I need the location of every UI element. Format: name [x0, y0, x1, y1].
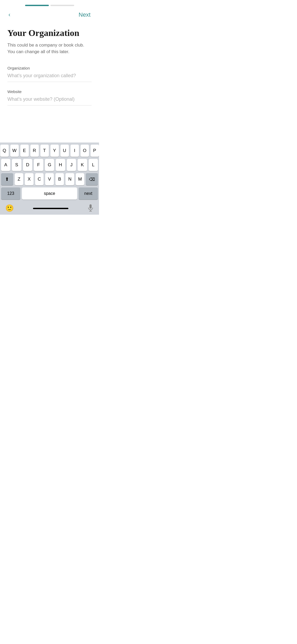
organization-field: Organization	[7, 66, 92, 82]
page-subtitle: This could be a company or book club. Yo…	[7, 42, 92, 55]
keyboard-row-3: ⬆ Z X C V B N M ⌫	[0, 173, 99, 185]
space-key[interactable]: space	[22, 187, 77, 200]
progress-bar	[0, 0, 99, 6]
key-n[interactable]: N	[65, 173, 74, 185]
key-w[interactable]: W	[10, 145, 19, 157]
back-button[interactable]: ‹	[7, 11, 11, 19]
key-x[interactable]: X	[25, 173, 34, 185]
key-y[interactable]: Y	[50, 145, 59, 157]
key-j[interactable]: J	[67, 159, 76, 171]
key-e[interactable]: E	[20, 145, 29, 157]
mic-icon	[87, 204, 94, 212]
emoji-key[interactable]: 🙂	[5, 204, 14, 212]
next-button[interactable]: Next	[78, 10, 92, 19]
key-f[interactable]: F	[34, 159, 43, 171]
key-l[interactable]: L	[89, 159, 98, 171]
key-r[interactable]: R	[30, 145, 39, 157]
page-title: Your Organization	[7, 28, 92, 39]
main-content: Your Organization This could be a compan…	[0, 22, 99, 142]
mic-key[interactable]	[87, 204, 94, 213]
keyboard-next-key[interactable]: next	[79, 187, 98, 200]
keyboard-row-2: A S D F G H J K L	[0, 159, 99, 171]
key-v[interactable]: V	[45, 173, 54, 185]
keyboard: Q W E R T Y U I O P A S D F G H J K L ⬆	[0, 142, 99, 215]
website-field: Website	[7, 89, 92, 105]
home-indicator	[33, 208, 68, 209]
website-label: Website	[7, 89, 92, 94]
organization-input[interactable]	[7, 72, 92, 82]
numbers-key[interactable]: 123	[1, 187, 20, 200]
key-h[interactable]: H	[56, 159, 65, 171]
key-k[interactable]: K	[78, 159, 87, 171]
key-i[interactable]: I	[70, 145, 79, 157]
keyboard-row-1: Q W E R T Y U I O P	[0, 145, 99, 157]
key-z[interactable]: Z	[15, 173, 23, 185]
emoji-icon: 🙂	[5, 204, 14, 212]
key-q[interactable]: Q	[0, 145, 9, 157]
key-s[interactable]: S	[12, 159, 21, 171]
website-input[interactable]	[7, 95, 92, 105]
backspace-icon: ⌫	[89, 177, 95, 182]
screen: ‹ Next Your Organization This could be a…	[0, 0, 99, 215]
key-b[interactable]: B	[55, 173, 64, 185]
shift-key[interactable]: ⬆	[1, 173, 13, 185]
key-m[interactable]: M	[76, 173, 84, 185]
keyboard-row-4: 123 space next	[0, 187, 99, 200]
key-a[interactable]: A	[1, 159, 10, 171]
backspace-key[interactable]: ⌫	[86, 173, 98, 185]
svg-rect-0	[89, 204, 92, 209]
key-o[interactable]: O	[81, 145, 89, 157]
key-c[interactable]: C	[35, 173, 44, 185]
shift-icon: ⬆	[5, 176, 9, 182]
key-g[interactable]: G	[45, 159, 54, 171]
nav-row: ‹ Next	[0, 6, 99, 22]
organization-label: Organization	[7, 66, 92, 70]
keyboard-bottom-row: 🙂	[0, 202, 99, 215]
key-t[interactable]: T	[40, 145, 49, 157]
key-d[interactable]: D	[23, 159, 32, 171]
key-p[interactable]: P	[91, 145, 99, 157]
key-u[interactable]: U	[60, 145, 69, 157]
